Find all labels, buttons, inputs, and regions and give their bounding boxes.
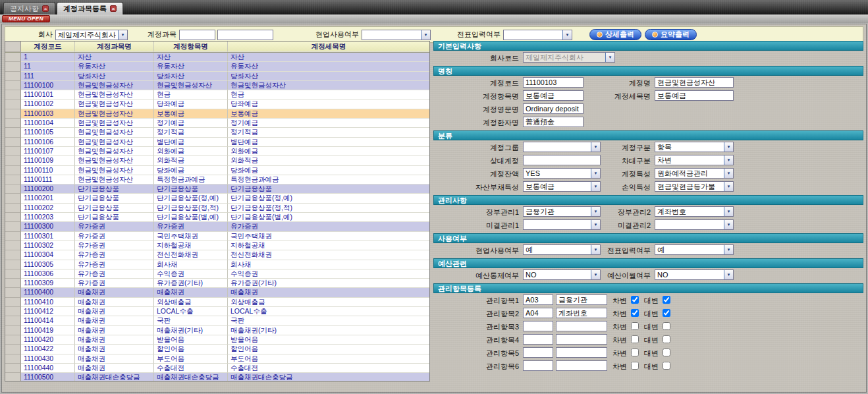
credit-checkbox[interactable] — [663, 309, 670, 317]
table-row[interactable]: 11100105현금및현금성자산정기적금정기적금 — [5, 128, 429, 137]
detail-print-button[interactable]: 상세출력 — [589, 29, 641, 40]
mgmt-item-name-input[interactable] — [556, 295, 607, 305]
mgmt-item-name-input[interactable] — [556, 321, 607, 331]
account-hanja-name-input[interactable] — [523, 117, 583, 127]
mgmt-item-name-input[interactable] — [556, 308, 607, 318]
credit-checkbox[interactable] — [663, 322, 670, 330]
table-row[interactable]: 11100412매출채권LOCAL수출LOCAL수출 — [5, 307, 429, 316]
table-row[interactable]: 11100103현금및현금성자산보통예금보통예금 — [5, 109, 429, 119]
slip-entry-filter-select[interactable]: ▼ — [503, 30, 572, 40]
mgmt-item-code-input[interactable] — [523, 308, 553, 318]
table-row[interactable]: 11100440매출채권수출대전수출대전 — [5, 364, 429, 373]
budget-carryover-select[interactable]: NO ▼ — [655, 269, 734, 280]
table-row[interactable]: 11100203단기금융상품단기금융상품(별,예)단기금융상품(별,예) — [5, 213, 429, 222]
table-row[interactable]: 11100309유가증권유가증권(기타)유가증권(기타) — [5, 279, 429, 288]
chevron-down-icon: ▼ — [724, 182, 733, 191]
mgmt-item-name-input[interactable] — [556, 347, 607, 358]
table-row[interactable]: 11유동자산유동자산유동자산 — [5, 62, 429, 71]
account-trait-select[interactable]: 원화예적금관리 ▼ — [655, 168, 734, 179]
credit-checkbox[interactable] — [663, 349, 670, 356]
table-row[interactable]: 1자산자산자산 — [5, 53, 429, 62]
account-balance-label: 계정잔액 — [433, 169, 519, 179]
account-detail-name: 당좌예금 — [228, 166, 429, 175]
profit-loss-trait-select[interactable]: 현금및현금등가물 ▼ — [655, 181, 734, 192]
mgmt-item-code-input[interactable] — [523, 295, 553, 305]
table-row[interactable]: 11100410매출채권외상매출금외상매출금 — [5, 298, 429, 307]
account-group-name: 매출채권 — [75, 345, 154, 354]
account-detail-name: 별단예금 — [228, 138, 429, 147]
open-manage2-select[interactable]: ▼ — [655, 219, 734, 230]
row-selector — [5, 194, 21, 203]
account-detail-name: 할인어음 — [228, 345, 429, 354]
table-row[interactable]: 111당좌자산당좌자산당좌자산 — [5, 72, 429, 81]
account-detail-name-input[interactable] — [655, 90, 734, 101]
mgmt-item-code-input[interactable] — [523, 321, 553, 331]
menu-open-button[interactable]: MENU OPEN — [2, 15, 50, 22]
mgmt-item-name-input[interactable] — [556, 334, 607, 345]
table-row[interactable]: 11100200단기금융상품단기금융상품단기금융상품 — [5, 184, 429, 194]
debit-checkbox[interactable] — [631, 322, 639, 330]
table-row[interactable]: 11100420매출채권받을어음받을어음 — [5, 335, 429, 345]
company-select[interactable]: 제일제지주식회사 ▼ — [55, 30, 128, 40]
debit-credit-gubun-select[interactable]: 차변 ▼ — [655, 155, 734, 165]
table-row[interactable]: 11100201단기금융상품단기금융상품(정,예)단기금융상품(정,예) — [5, 194, 429, 203]
section-budget-header: 예산관련 — [433, 258, 863, 268]
field-use-filter-select[interactable]: ▼ — [362, 30, 431, 40]
table-row[interactable]: 11100109현금및현금성자산외화적금외화적금 — [5, 156, 429, 165]
account-detail-name: 보통예금 — [228, 109, 429, 119]
table-row[interactable]: 11100304유가증권전신전화채권전신전화채권 — [5, 250, 429, 260]
table-row[interactable]: 11100300유가증권유가증권유가증권 — [5, 222, 429, 231]
table-row[interactable]: 11100107현금및현금성자산외화예금외화예금 — [5, 147, 429, 156]
credit-checkbox[interactable] — [663, 296, 670, 304]
debit-checkbox[interactable] — [631, 349, 639, 356]
summary-print-button[interactable]: 요약출력 — [645, 29, 697, 40]
company-code-select[interactable]: 제일제지주식회사 ▼ — [523, 52, 615, 63]
close-icon[interactable]: × — [110, 5, 117, 12]
table-row[interactable]: 11100400매출채권매출채권매출채권 — [5, 288, 429, 297]
mgmt-item-name-input[interactable] — [556, 360, 607, 371]
debit-checkbox[interactable] — [631, 309, 639, 317]
table-row[interactable]: 11100101현금및현금성자산현금현금 — [5, 90, 429, 99]
account-code-filter-input[interactable] — [179, 30, 215, 40]
slip-entry-select[interactable]: 예 ▼ — [655, 244, 734, 255]
table-row[interactable]: 11100106현금및현금성자산별단예금별단예금 — [5, 138, 429, 147]
row-selector — [5, 109, 21, 119]
table-row[interactable]: 11100104현금및현금성자산정기예금정기예금 — [5, 119, 429, 128]
row-selector — [5, 298, 21, 307]
credit-checkbox[interactable] — [663, 335, 670, 343]
row-selector — [5, 213, 21, 222]
table-row[interactable]: 11100306유가증권수익증권수익증권 — [5, 269, 429, 279]
table-row[interactable]: 11100430매출채권부도어음부도어음 — [5, 354, 429, 364]
table-row[interactable]: 11100110현금및현금성자산당좌예금당좌예금 — [5, 166, 429, 175]
table-row[interactable]: 11100422매출채권할인어음할인어음 — [5, 345, 429, 354]
table-row[interactable]: 11100305유가증권회사채회사채 — [5, 260, 429, 269]
table-row[interactable]: 11100302유가증권지하철공채지하철공채 — [5, 241, 429, 250]
account-name-input[interactable] — [655, 77, 734, 88]
table-row[interactable]: 11100111현금및현금성자산특정현금과예금특정현금과예금 — [5, 175, 429, 184]
account-name-filter-input[interactable] — [217, 30, 273, 40]
table-row[interactable]: 11100414매출채권국판국판 — [5, 316, 429, 325]
table-row[interactable]: 11100500매출채권대손충당금매출채권대손충당금매출채권대손충당금 — [5, 373, 429, 381]
close-icon[interactable]: × — [42, 5, 49, 12]
account-english-name-input[interactable] — [523, 103, 583, 114]
mgmt-item-code-input[interactable] — [523, 347, 553, 358]
table-row[interactable]: 11100301유가증권국민주택채권국민주택채권 — [5, 232, 429, 241]
account-code: 11100419 — [21, 326, 75, 335]
mgmt-item-code-input[interactable] — [523, 360, 553, 371]
tab-notice[interactable]: 공지사항 × — [3, 2, 55, 14]
mgmt-item-code-input[interactable] — [523, 334, 553, 345]
table-row[interactable]: 11100102현금및현금성자산당좌예금당좌예금 — [5, 99, 429, 109]
debit-checkbox[interactable] — [631, 296, 639, 304]
credit-checkbox[interactable] — [663, 362, 670, 370]
debit-checkbox[interactable] — [631, 362, 639, 370]
table-row[interactable]: 11100202단기금융상품단기금융상품(정,적)단기금융상품(정,적) — [5, 204, 429, 213]
account-trait-label: 계정특성 — [555, 169, 651, 179]
account-detail-name: 외상매출금 — [228, 298, 429, 307]
debit-checkbox[interactable] — [631, 335, 639, 343]
table-row[interactable]: 11100100현금및현금성자산현금및현금성자산현금및현금성자산 — [5, 81, 429, 90]
book-manage2-select[interactable]: 계좌번호 ▼ — [655, 206, 734, 217]
tab-account-registration[interactable]: 계정과목등록 × — [57, 2, 123, 14]
account-gubun-select[interactable]: 항목 ▼ — [655, 142, 734, 152]
table-row[interactable]: 11100419매출채권매출채권(기타)매출채권(기타) — [5, 326, 429, 335]
chevron-down-icon: ▼ — [118, 30, 127, 40]
